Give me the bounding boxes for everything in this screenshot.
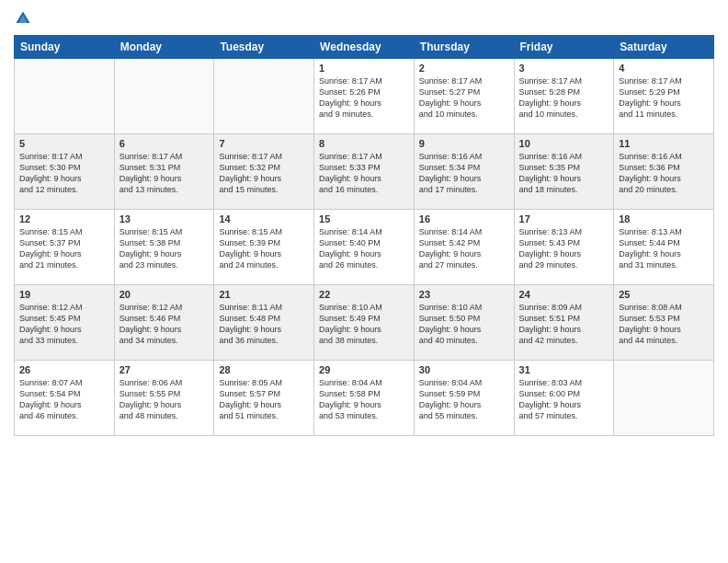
calendar-cell xyxy=(614,361,714,436)
calendar-cell: 17Sunrise: 8:13 AMSunset: 5:43 PMDayligh… xyxy=(514,210,614,285)
calendar-week-2: 5Sunrise: 8:17 AMSunset: 5:30 PMDaylight… xyxy=(15,134,714,210)
calendar-week-3: 12Sunrise: 8:15 AMSunset: 5:37 PMDayligh… xyxy=(15,210,714,285)
calendar-cell: 8Sunrise: 8:17 AMSunset: 5:33 PMDaylight… xyxy=(314,134,415,210)
day-number: 7 xyxy=(219,138,309,149)
header-tuesday: Tuesday xyxy=(214,36,314,59)
logo xyxy=(14,9,36,28)
day-info: Sunrise: 8:03 AMSunset: 6:00 PMDaylight:… xyxy=(519,377,609,422)
day-info: Sunrise: 8:17 AMSunset: 5:31 PMDaylight:… xyxy=(119,151,210,196)
day-number: 28 xyxy=(219,364,309,375)
calendar-cell: 24Sunrise: 8:09 AMSunset: 5:51 PMDayligh… xyxy=(514,285,614,361)
page: SundayMondayTuesdayWednesdayThursdayFrid… xyxy=(0,0,728,563)
day-number: 27 xyxy=(119,364,210,375)
day-number: 10 xyxy=(519,138,609,149)
day-info: Sunrise: 8:11 AMSunset: 5:48 PMDaylight:… xyxy=(219,302,309,347)
calendar-cell: 16Sunrise: 8:14 AMSunset: 5:42 PMDayligh… xyxy=(414,210,514,285)
day-info: Sunrise: 8:06 AMSunset: 5:55 PMDaylight:… xyxy=(119,377,210,422)
calendar-cell: 4Sunrise: 8:17 AMSunset: 5:29 PMDaylight… xyxy=(614,59,714,134)
day-number: 30 xyxy=(419,364,509,375)
calendar-cell: 2Sunrise: 8:17 AMSunset: 5:27 PMDaylight… xyxy=(414,59,514,134)
calendar-cell: 19Sunrise: 8:12 AMSunset: 5:45 PMDayligh… xyxy=(15,285,115,361)
day-number: 8 xyxy=(319,138,409,149)
day-info: Sunrise: 8:05 AMSunset: 5:57 PMDaylight:… xyxy=(219,377,309,422)
calendar-cell: 22Sunrise: 8:10 AMSunset: 5:49 PMDayligh… xyxy=(314,285,415,361)
calendar-cell: 23Sunrise: 8:10 AMSunset: 5:50 PMDayligh… xyxy=(414,285,514,361)
day-info: Sunrise: 8:10 AMSunset: 5:49 PMDaylight:… xyxy=(319,302,409,347)
calendar-cell: 15Sunrise: 8:14 AMSunset: 5:40 PMDayligh… xyxy=(314,210,415,285)
calendar-cell: 11Sunrise: 8:16 AMSunset: 5:36 PMDayligh… xyxy=(614,134,714,210)
calendar-cell xyxy=(214,59,314,134)
calendar-cell: 13Sunrise: 8:15 AMSunset: 5:38 PMDayligh… xyxy=(114,210,214,285)
day-info: Sunrise: 8:17 AMSunset: 5:28 PMDaylight:… xyxy=(519,75,609,121)
day-info: Sunrise: 8:09 AMSunset: 5:51 PMDaylight:… xyxy=(519,302,609,347)
day-number: 9 xyxy=(419,138,509,149)
header-monday: Monday xyxy=(114,36,214,59)
day-info: Sunrise: 8:17 AMSunset: 5:29 PMDaylight:… xyxy=(619,75,709,121)
day-number: 24 xyxy=(519,289,609,300)
calendar-cell: 12Sunrise: 8:15 AMSunset: 5:37 PMDayligh… xyxy=(15,210,115,285)
calendar-cell: 31Sunrise: 8:03 AMSunset: 6:00 PMDayligh… xyxy=(514,361,614,436)
day-number: 11 xyxy=(619,138,709,149)
day-number: 20 xyxy=(119,289,210,300)
day-info: Sunrise: 8:04 AMSunset: 5:58 PMDaylight:… xyxy=(319,377,409,422)
calendar-cell: 29Sunrise: 8:04 AMSunset: 5:58 PMDayligh… xyxy=(314,361,415,436)
calendar-cell: 3Sunrise: 8:17 AMSunset: 5:28 PMDaylight… xyxy=(514,59,614,134)
logo-icon xyxy=(14,9,32,28)
calendar-cell: 20Sunrise: 8:12 AMSunset: 5:46 PMDayligh… xyxy=(114,285,214,361)
day-info: Sunrise: 8:13 AMSunset: 5:43 PMDaylight:… xyxy=(519,226,609,271)
day-number: 3 xyxy=(519,63,609,74)
day-number: 19 xyxy=(19,289,109,300)
day-info: Sunrise: 8:07 AMSunset: 5:54 PMDaylight:… xyxy=(19,377,109,422)
calendar-header-row: SundayMondayTuesdayWednesdayThursdayFrid… xyxy=(15,36,714,59)
calendar-cell: 14Sunrise: 8:15 AMSunset: 5:39 PMDayligh… xyxy=(214,210,314,285)
calendar-cell: 25Sunrise: 8:08 AMSunset: 5:53 PMDayligh… xyxy=(614,285,714,361)
day-info: Sunrise: 8:17 AMSunset: 5:32 PMDaylight:… xyxy=(219,151,309,196)
calendar-cell: 26Sunrise: 8:07 AMSunset: 5:54 PMDayligh… xyxy=(15,361,115,436)
header-friday: Friday xyxy=(514,36,614,59)
calendar-cell: 18Sunrise: 8:13 AMSunset: 5:44 PMDayligh… xyxy=(614,210,714,285)
day-info: Sunrise: 8:10 AMSunset: 5:50 PMDaylight:… xyxy=(419,302,509,347)
day-number: 22 xyxy=(319,289,409,300)
day-number: 23 xyxy=(419,289,509,300)
day-info: Sunrise: 8:17 AMSunset: 5:27 PMDaylight:… xyxy=(419,75,509,121)
day-number: 18 xyxy=(619,213,709,224)
day-number: 6 xyxy=(119,138,210,149)
calendar-week-4: 19Sunrise: 8:12 AMSunset: 5:45 PMDayligh… xyxy=(15,285,714,361)
calendar-cell: 6Sunrise: 8:17 AMSunset: 5:31 PMDaylight… xyxy=(114,134,214,210)
calendar-cell xyxy=(114,59,214,134)
day-number: 21 xyxy=(219,289,309,300)
day-info: Sunrise: 8:14 AMSunset: 5:42 PMDaylight:… xyxy=(419,226,509,271)
day-number: 13 xyxy=(119,213,210,224)
day-number: 2 xyxy=(419,63,509,74)
calendar-cell: 10Sunrise: 8:16 AMSunset: 5:35 PMDayligh… xyxy=(514,134,614,210)
calendar-week-5: 26Sunrise: 8:07 AMSunset: 5:54 PMDayligh… xyxy=(15,361,714,436)
calendar-cell: 28Sunrise: 8:05 AMSunset: 5:57 PMDayligh… xyxy=(214,361,314,436)
calendar-cell xyxy=(15,59,115,134)
day-info: Sunrise: 8:15 AMSunset: 5:39 PMDaylight:… xyxy=(219,226,309,271)
day-number: 14 xyxy=(219,213,309,224)
header-wednesday: Wednesday xyxy=(314,36,415,59)
day-info: Sunrise: 8:15 AMSunset: 5:38 PMDaylight:… xyxy=(119,226,210,271)
day-number: 4 xyxy=(619,63,709,74)
day-number: 16 xyxy=(419,213,509,224)
calendar-cell: 21Sunrise: 8:11 AMSunset: 5:48 PMDayligh… xyxy=(214,285,314,361)
calendar-cell: 1Sunrise: 8:17 AMSunset: 5:26 PMDaylight… xyxy=(314,59,415,134)
day-number: 17 xyxy=(519,213,609,224)
calendar-cell: 5Sunrise: 8:17 AMSunset: 5:30 PMDaylight… xyxy=(15,134,115,210)
calendar: SundayMondayTuesdayWednesdayThursdayFrid… xyxy=(14,35,714,436)
day-info: Sunrise: 8:04 AMSunset: 5:59 PMDaylight:… xyxy=(419,377,509,422)
day-info: Sunrise: 8:16 AMSunset: 5:36 PMDaylight:… xyxy=(619,151,709,196)
calendar-cell: 9Sunrise: 8:16 AMSunset: 5:34 PMDaylight… xyxy=(414,134,514,210)
day-number: 1 xyxy=(319,63,409,74)
header-sunday: Sunday xyxy=(15,36,115,59)
calendar-week-1: 1Sunrise: 8:17 AMSunset: 5:26 PMDaylight… xyxy=(15,59,714,134)
header xyxy=(14,9,714,28)
day-info: Sunrise: 8:16 AMSunset: 5:34 PMDaylight:… xyxy=(419,151,509,196)
day-number: 12 xyxy=(19,213,109,224)
calendar-cell: 27Sunrise: 8:06 AMSunset: 5:55 PMDayligh… xyxy=(114,361,214,436)
header-saturday: Saturday xyxy=(614,36,714,59)
day-number: 15 xyxy=(319,213,409,224)
calendar-cell: 7Sunrise: 8:17 AMSunset: 5:32 PMDaylight… xyxy=(214,134,314,210)
day-info: Sunrise: 8:17 AMSunset: 5:30 PMDaylight:… xyxy=(19,151,109,196)
day-info: Sunrise: 8:13 AMSunset: 5:44 PMDaylight:… xyxy=(619,226,709,271)
